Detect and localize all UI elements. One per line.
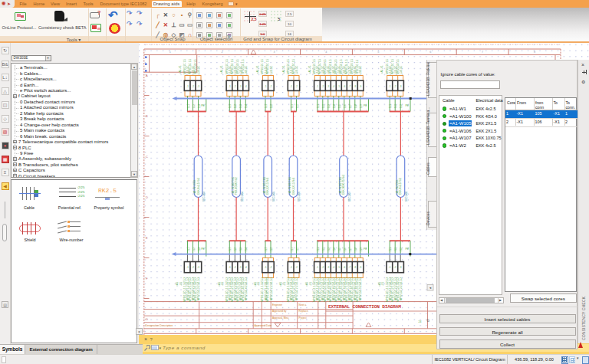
svg-text:EKK 2X1.5 Nr2: EKK 2X1.5 Nr2	[291, 177, 294, 195]
svg-text:2L3: 2L3	[327, 248, 330, 251]
svg-text:=A1-X1: =A1-X1	[308, 65, 311, 74]
svg-text:=A1-W2 EKK: =A1-W2 EKK	[396, 179, 399, 195]
svg-text:-7: -7	[348, 85, 350, 88]
svg-text:L2/2.5C: L2/2.5C	[295, 65, 298, 74]
svg-text:=A1-X1: =A1-X1	[380, 65, 383, 74]
svg-text:1L1: 1L1	[290, 104, 293, 108]
svg-text:-X1: -X1	[179, 282, 182, 286]
svg-text:MPS/1.5C 3 2.5/1.5 X: MPS/1.5C 3 2.5/1.5 X	[197, 277, 200, 301]
svg-text:2L6: 2L6	[343, 248, 346, 251]
svg-text:PE: PE	[405, 248, 409, 251]
svg-text:G: G	[426, 319, 429, 323]
svg-text:=A1: =A1	[279, 282, 282, 287]
svg-text:-9: -9	[359, 266, 361, 269]
svg-text:1L1: 1L1	[229, 104, 232, 108]
svg-text:-2: -2	[321, 266, 324, 269]
svg-text:1L8: 1L8	[354, 104, 357, 108]
svg-text:PE: PE	[201, 248, 205, 251]
svg-text:-3: -3	[327, 266, 329, 269]
svg-text:-X1: -X1	[282, 282, 285, 286]
svg-text:=A1: =A1	[217, 282, 220, 287]
svg-text:MPS/1.5C 4 2.5/1.5 X: MPS/1.5C 4 2.5/1.5 X	[244, 277, 247, 301]
svg-text:1L2: 1L2	[394, 104, 397, 108]
svg-text:MPS/1.5C 2 2.5/1.5 X: MPS/1.5C 2 2.5/1.5 X	[295, 277, 298, 301]
svg-text:-5: -5	[337, 85, 340, 88]
svg-text:-4: -4	[244, 266, 246, 269]
svg-text:E: E	[145, 236, 147, 240]
svg-text:=A1-X1: =A1-X1	[220, 65, 223, 74]
svg-text:Approval. Mea: Approval. Mea	[272, 316, 288, 320]
svg-text:-X1: -X1	[257, 282, 260, 286]
svg-text:L3/2.5C: L3/2.5C	[197, 65, 200, 74]
svg-text:-1: -1	[316, 266, 318, 269]
svg-text:2L2: 2L2	[192, 248, 195, 251]
svg-text:=A1-X1: =A1-X1	[281, 65, 285, 74]
svg-text:EKK 10X0.75 Nr2: EKK 10X0.75 Nr2	[342, 175, 345, 195]
svg-text:2L4: 2L4	[245, 248, 248, 251]
svg-text:-X1: -X1	[308, 282, 311, 286]
svg-text:=A1: =A1	[253, 282, 256, 287]
svg-text:=A1: =A1	[176, 282, 179, 287]
svg-text:-2: -2	[393, 85, 396, 88]
svg-text:2L1: 2L1	[389, 248, 392, 251]
svg-text:=A1-W100 FKK: =A1-W100 FKK	[231, 176, 234, 195]
svg-text:24: 24	[418, 320, 421, 323]
svg-text:2L3: 2L3	[239, 248, 242, 251]
svg-text:2L5: 2L5	[337, 248, 341, 251]
svg-text:Next a.: Next a.	[298, 303, 307, 307]
svg-text:MPS/1.5C 9 2.5/1.5 X: MPS/1.5C 9 2.5/1.5 X	[359, 277, 362, 301]
svg-text:1L4: 1L4	[332, 104, 335, 108]
svg-text:-1: -1	[290, 85, 292, 88]
svg-text:PE: PE	[201, 104, 205, 107]
svg-text:-4: -4	[332, 85, 334, 88]
svg-text:-8: -8	[354, 85, 356, 88]
svg-text:◄: ◄	[429, 286, 432, 290]
svg-text:SEC-507: SEC-507	[347, 192, 350, 202]
svg-text:-3: -3	[239, 85, 241, 88]
svg-text:MPS/1.5C 2 2.5/1.5 X: MPS/1.5C 2 2.5/1.5 X	[269, 277, 272, 301]
svg-text:MPS/1.5C 3 2.5/1.5 X: MPS/1.5C 3 2.5/1.5 X	[399, 277, 402, 301]
svg-text:Approved Date: Approved Date	[254, 324, 271, 327]
svg-text:EKK 2X1.5 Nr2: EKK 2X1.5 Nr2	[266, 177, 269, 195]
svg-text:1: 1	[169, 51, 170, 54]
svg-text:2L1: 2L1	[229, 248, 232, 251]
svg-text:SEC-506: SEC-506	[298, 192, 301, 202]
svg-text:2L9: 2L9	[359, 248, 362, 251]
svg-text:2L8: 2L8	[354, 248, 357, 251]
svg-text:1L5: 1L5	[337, 104, 341, 108]
svg-text:1L2: 1L2	[295, 104, 298, 108]
svg-text:D: D	[145, 195, 147, 199]
svg-text:-9: -9	[359, 85, 361, 88]
svg-text:Designation Description: Designation Description	[145, 324, 173, 327]
svg-text:-4: -4	[332, 266, 334, 269]
svg-text:-X1: -X1	[221, 282, 224, 286]
svg-text:2L7: 2L7	[348, 248, 351, 251]
svg-text:1L1: 1L1	[265, 104, 268, 108]
svg-text:2L2: 2L2	[321, 248, 324, 251]
svg-text:=A1-W106 EKK: =A1-W106 EKK	[288, 176, 291, 195]
svg-text:2L4: 2L4	[332, 248, 335, 251]
svg-text:=A1: =A1	[305, 282, 308, 287]
svg-text:1L2: 1L2	[270, 104, 273, 108]
svg-text:-2: -2	[393, 266, 396, 269]
svg-text:-2: -2	[269, 266, 271, 269]
svg-text:-1: -1	[290, 266, 292, 269]
svg-text:-1: -1	[186, 85, 189, 88]
svg-text:2L2: 2L2	[234, 248, 237, 251]
svg-text:-2: -2	[192, 85, 194, 88]
svg-text:EKK 4x2.5 Nr2: EKK 4x2.5 Nr2	[196, 178, 199, 195]
svg-text:-4: -4	[244, 85, 246, 88]
svg-text:C: C	[145, 155, 147, 159]
svg-text:SEC-504: SEC-504	[240, 192, 243, 202]
svg-text:-7: -7	[348, 266, 350, 269]
svg-text:FKK 4G4.0 Nr2: FKK 4G4.0 Nr2	[235, 177, 238, 195]
svg-text:2L2: 2L2	[394, 248, 397, 251]
svg-text:B: B	[145, 114, 147, 118]
svg-text:PE: PE	[364, 104, 367, 107]
svg-text:L3/2.5C: L3/2.5C	[399, 65, 402, 74]
svg-text:PE: PE	[405, 104, 409, 107]
svg-text:2L1: 2L1	[290, 248, 293, 251]
svg-text:1L2: 1L2	[234, 104, 237, 108]
svg-text:4: 4	[325, 51, 327, 54]
svg-text:1L1: 1L1	[316, 104, 319, 108]
